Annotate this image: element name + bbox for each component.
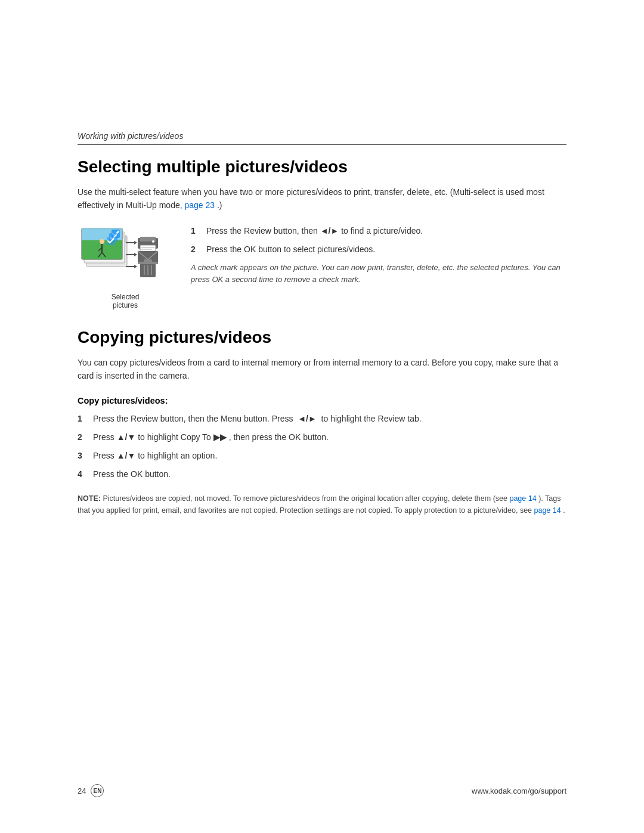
step-content: Press the OK button to select pictures/v… [206, 243, 566, 256]
note-text: Pictures/videos are copied, not moved. T… [103, 494, 507, 503]
footer: 24 EN www.kodak.com/go/support [0, 784, 644, 797]
step-content: Press the Review button, then the Menu b… [93, 413, 566, 425]
illustration-svg [80, 225, 170, 290]
note-block: NOTE: Pictures/videos are copied, not mo… [78, 493, 566, 516]
step-number: 2 [78, 431, 87, 444]
section1-title: Selecting multiple pictures/videos [78, 157, 566, 177]
divider [78, 144, 566, 145]
content-area: Working with pictures/videos Selecting m… [0, 0, 644, 564]
section1-body: Selected pictures 1 Press the Review but… [78, 225, 566, 309]
note-text3: . [563, 506, 565, 515]
section1-steps: 1 Press the Review button, then ◄/► to f… [191, 225, 566, 309]
step-number: 1 [191, 225, 200, 237]
svg-point-26 [152, 240, 154, 243]
section2-title: Copying pictures/videos [78, 327, 566, 348]
section1-intro: Use the multi-select feature when you ha… [78, 185, 566, 212]
copy-label: Copy pictures/videos: [78, 396, 566, 405]
step-item: 3 Press ▲/▼ to highlight an option. [78, 450, 566, 462]
page: Working with pictures/videos Selecting m… [0, 0, 644, 833]
step-content: Press ▲/▼ to highlight an option. [93, 450, 566, 462]
step-number: 2 [191, 243, 200, 256]
note-link2[interactable]: page 14 [534, 506, 561, 515]
section2-intro: You can copy pictures/videos from a card… [78, 356, 566, 383]
footer-left: 24 EN [78, 784, 104, 797]
step-note: A check mark appears on the picture. You… [191, 262, 566, 285]
step-content: Press the Review button, then ◄/► to fin… [206, 225, 566, 237]
svg-marker-18 [134, 253, 137, 256]
svg-rect-30 [144, 259, 152, 262]
en-badge: EN [91, 784, 104, 797]
footer-url: www.kodak.com/go/support [472, 786, 566, 795]
step-item: 4 Press the OK button. [78, 468, 566, 481]
illustration-area: Selected pictures [78, 225, 173, 309]
step-item: 2 Press ▲/▼ to highlight Copy To ▶▶ , th… [78, 431, 566, 444]
breadcrumb: Working with pictures/videos [78, 131, 566, 141]
step-content: Press ▲/▼ to highlight Copy To ▶▶ , then… [93, 431, 566, 444]
step-item: 2 Press the OK button to select pictures… [191, 243, 566, 256]
step-item: 1 Press the Review button, then ◄/► to f… [191, 225, 566, 237]
illustration-label: Selected pictures [112, 293, 140, 309]
step-number: 4 [78, 468, 87, 481]
svg-marker-20 [134, 265, 137, 268]
step-item: 1 Press the Review button, then the Menu… [78, 413, 566, 425]
note-label: NOTE: [78, 494, 101, 503]
step-content: Press the OK button. [93, 468, 566, 481]
step-number: 1 [78, 413, 87, 425]
svg-marker-16 [134, 241, 137, 244]
section2: Copying pictures/videos You can copy pic… [78, 327, 566, 516]
section1-link[interactable]: page 23 [184, 200, 215, 210]
step-number: 3 [78, 450, 87, 462]
svg-point-7 [100, 239, 104, 244]
note-link1[interactable]: page 14 [509, 494, 536, 503]
page-number: 24 [78, 786, 86, 795]
